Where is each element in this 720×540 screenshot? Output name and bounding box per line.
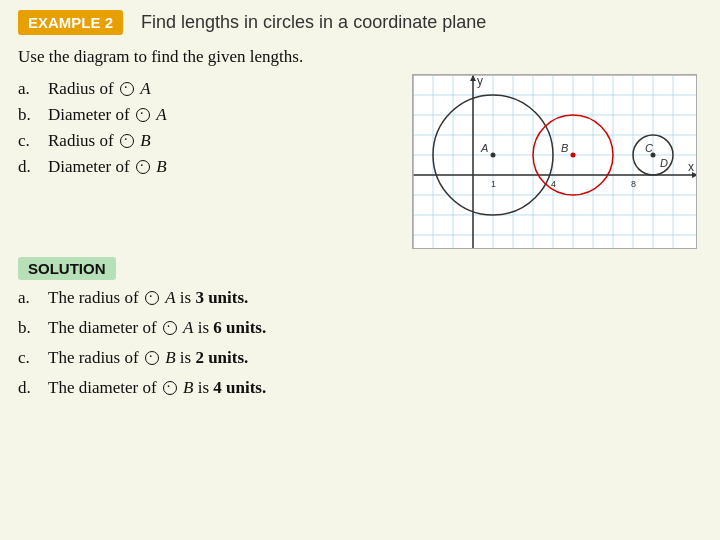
sol-letter-a: a. <box>18 288 38 308</box>
problems-col: a. Radius of A b. Diameter of A c. Radiu… <box>18 79 412 187</box>
circle-sym-sol-c <box>145 351 159 365</box>
coordinate-diagram: x y 1 4 8 <box>412 74 697 249</box>
header: EXAMPLE 2 Find lengths in circles in a c… <box>0 0 720 43</box>
diagram-svg: x y 1 4 8 <box>413 75 697 249</box>
list-item: a. Radius of A <box>18 79 412 99</box>
instruction: Use the diagram to find the given length… <box>18 47 702 67</box>
svg-text:B: B <box>561 142 568 154</box>
sol-text-c: The radius of B is 2 units. <box>48 348 248 368</box>
svg-text:1: 1 <box>491 179 496 189</box>
circle-symbol-b1 <box>136 108 150 122</box>
solution-item-d: d. The diameter of B is 4 units. <box>18 378 702 398</box>
sol-text-a: The radius of A is 3 units. <box>48 288 248 308</box>
circle-symbol-c <box>120 134 134 148</box>
solution-badge: SOLUTION <box>18 257 116 280</box>
list-item: b. Diameter of A <box>18 105 412 125</box>
circle-symbol-a <box>120 82 134 96</box>
circle-sym-sol-a <box>145 291 159 305</box>
solution-item-a: a. The radius of A is 3 units. <box>18 288 702 308</box>
sol-text-d: The diameter of B is 4 units. <box>48 378 266 398</box>
sol-letter-b: b. <box>18 318 38 338</box>
sol-letter-c: c. <box>18 348 38 368</box>
problem-letter-b: b. <box>18 105 38 125</box>
svg-point-33 <box>491 153 496 158</box>
sol-text-b: The diameter of A is 6 units. <box>48 318 266 338</box>
problem-text-d: Diameter of B <box>48 157 167 177</box>
problem-letter-a: a. <box>18 79 38 99</box>
list-item: c. Radius of B <box>18 131 412 151</box>
main-content: Use the diagram to find the given length… <box>0 43 720 398</box>
problem-text-c: Radius of B <box>48 131 151 151</box>
example-badge: EXAMPLE 2 <box>18 10 123 35</box>
circle-symbol-d <box>136 160 150 174</box>
problem-letter-d: d. <box>18 157 38 177</box>
svg-marker-24 <box>470 75 476 81</box>
diagram-col: x y 1 4 8 <box>412 74 702 249</box>
list-item: d. Diameter of B <box>18 157 412 177</box>
svg-text:C: C <box>645 142 653 154</box>
problem-list: a. Radius of A b. Diameter of A c. Radiu… <box>18 79 412 177</box>
svg-text:4: 4 <box>551 179 556 189</box>
svg-rect-40 <box>413 75 697 249</box>
two-col-layout: a. Radius of A b. Diameter of A c. Radiu… <box>18 79 702 249</box>
svg-text:y: y <box>477 75 483 88</box>
solution-list: a. The radius of A is 3 units. b. The di… <box>18 288 702 398</box>
problem-text-b: Diameter of A <box>48 105 167 125</box>
svg-text:A: A <box>480 142 488 154</box>
svg-text:8: 8 <box>631 179 636 189</box>
svg-point-34 <box>571 153 576 158</box>
problem-text-a: Radius of A <box>48 79 151 99</box>
sol-letter-d: d. <box>18 378 38 398</box>
problem-letter-c: c. <box>18 131 38 151</box>
circle-sym-sol-b <box>163 321 177 335</box>
solution-item-c: c. The radius of B is 2 units. <box>18 348 702 368</box>
svg-text:D: D <box>660 157 668 169</box>
header-title: Find lengths in circles in a coordinate … <box>141 12 486 33</box>
circle-sym-sol-d <box>163 381 177 395</box>
svg-text:x: x <box>688 160 694 174</box>
solution-item-b: b. The diameter of A is 6 units. <box>18 318 702 338</box>
